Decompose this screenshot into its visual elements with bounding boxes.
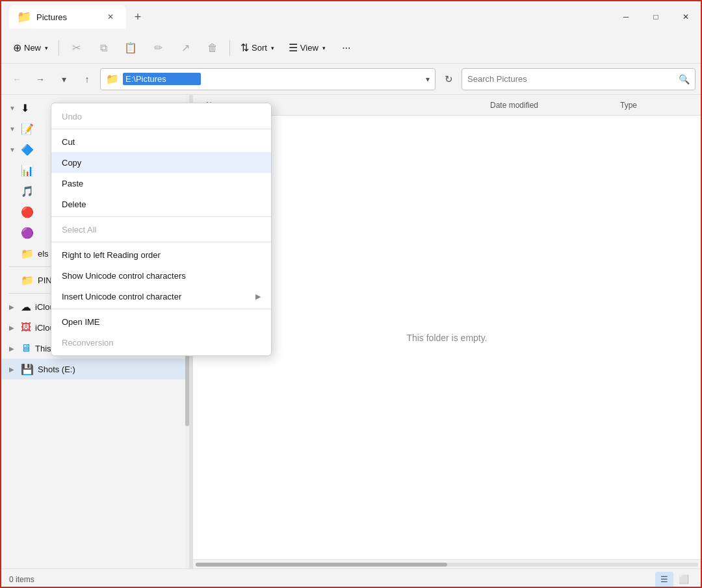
sort-dropdown-icon: ▾ — [271, 45, 274, 51]
search-input[interactable] — [467, 74, 675, 84]
new-icon: ⊕ — [13, 42, 21, 54]
ctx-delete[interactable]: Delete — [51, 194, 271, 214]
ctx-rtl[interactable]: Right to left Reading order — [51, 244, 271, 265]
column-type-label: Type — [620, 101, 637, 110]
ctx-select-all[interactable]: Select All — [51, 219, 271, 240]
view-label: View — [300, 43, 318, 53]
ctx-sep-1 — [51, 216, 271, 217]
path-folder-icon: 📁 — [106, 73, 119, 85]
back-button[interactable]: ← — [6, 69, 27, 90]
forward-button[interactable]: → — [30, 69, 51, 90]
toolbar-separator-1 — [58, 40, 59, 56]
ctx-copy-label: Copy — [62, 158, 81, 168]
paste-icon: 📋 — [124, 42, 137, 54]
dropdown-button[interactable]: ▾ — [53, 69, 74, 90]
empty-message-text: This folder is empty. — [406, 333, 487, 343]
copy-button[interactable]: ⧉ — [90, 36, 116, 60]
horizontal-scrollbar[interactable] — [193, 559, 701, 569]
share-button[interactable]: ↗ — [172, 36, 198, 60]
status-bar: 0 items ☰ ⬜ — [1, 569, 701, 588]
column-date-label: Date modified — [490, 101, 538, 110]
tab-bar: 📁 Pictures ✕ + — [9, 5, 611, 29]
maximize-button[interactable]: □ — [641, 5, 671, 29]
search-icon: 🔍 — [679, 74, 690, 84]
ctx-select-all-label: Select All — [62, 225, 96, 235]
ctx-rtl-label: Right to left Reading order — [62, 250, 161, 260]
minimize-button[interactable]: ─ — [611, 5, 641, 29]
delete-icon: 🗑 — [207, 42, 218, 54]
rename-icon: ✏ — [154, 42, 162, 54]
ctx-sep-2 — [51, 242, 271, 242]
delete-button[interactable]: 🗑 — [200, 36, 226, 60]
address-dropdown-icon[interactable]: ▾ — [426, 75, 430, 84]
sidebar-item-shots[interactable]: ▶ 💾 Shots (E:) — [1, 359, 189, 379]
sort-label: Sort — [252, 43, 267, 53]
item-count: 0 — [9, 575, 14, 584]
column-type-header[interactable]: Type — [615, 95, 693, 115]
ctx-unicode-insert-arrow: ▶ — [255, 292, 261, 301]
ctx-sep-0 — [51, 129, 271, 129]
column-date-header[interactable]: Date modified — [485, 95, 615, 115]
tab-folder-icon: 📁 — [17, 10, 31, 24]
ctx-copy[interactable]: Copy — [51, 152, 271, 173]
ctx-cut-label: Cut — [62, 137, 75, 147]
rename-button[interactable]: ✏ — [145, 36, 171, 60]
ctx-unicode-insert[interactable]: Insert Unicode control character ▶ — [51, 286, 271, 307]
active-tab[interactable]: 📁 Pictures ✕ — [9, 5, 126, 29]
sort-icon: ⇅ — [240, 42, 249, 54]
new-tab-button[interactable]: + — [126, 5, 150, 29]
ctx-sep-3 — [51, 309, 271, 309]
ctx-open-ime-label: Open IME — [62, 317, 100, 327]
new-label: New — [24, 43, 41, 53]
items-label: items — [16, 575, 34, 584]
nav-bar: ← → ▾ ↑ 📁 ▾ ↻ 🔍 — [1, 64, 701, 95]
address-bar[interactable]: 📁 ▾ — [100, 68, 436, 90]
ctx-reconversion[interactable]: Reconversion — [51, 332, 271, 353]
toolbar-separator-2 — [229, 40, 230, 56]
cut-button[interactable]: ✂ — [63, 36, 89, 60]
ctx-paste-label: Paste — [62, 179, 83, 188]
tab-title: Pictures — [36, 12, 67, 22]
ctx-cut[interactable]: Cut — [51, 131, 271, 152]
scrollbar-thumb — [196, 563, 447, 567]
share-icon: ↗ — [181, 42, 190, 54]
ctx-delete-label: Delete — [62, 199, 86, 209]
more-button[interactable]: ··· — [333, 36, 359, 60]
ctx-undo[interactable]: Undo — [51, 106, 271, 127]
view-icon: ☰ — [289, 42, 298, 54]
view-toggle: ☰ ⬜ — [655, 572, 693, 587]
context-menu: Undo Cut Copy Paste Delete Select All Ri… — [51, 103, 272, 356]
window-controls: ─ □ ✕ — [611, 5, 701, 29]
title-bar: 📁 Pictures ✕ + ─ □ ✕ — [1, 1, 701, 32]
detail-view-button[interactable]: ⬜ — [675, 572, 693, 587]
new-dropdown-icon: ▾ — [45, 45, 48, 51]
sidebar-shots-label: Shots (E:) — [38, 364, 181, 374]
copy-icon: ⧉ — [100, 42, 107, 54]
toolbar: ⊕ New ▾ ✂ ⧉ 📋 ✏ ↗ 🗑 ⇅ Sort ▾ ☰ View ▾ ··… — [1, 32, 701, 64]
scrollbar-track — [196, 563, 698, 567]
new-button[interactable]: ⊕ New ▾ — [6, 36, 55, 60]
refresh-button[interactable]: ↻ — [438, 69, 459, 90]
more-icon: ··· — [342, 42, 350, 54]
paste-button[interactable]: 📋 — [118, 36, 144, 60]
search-bar[interactable]: 🔍 — [462, 68, 696, 90]
cut-icon: ✂ — [72, 42, 81, 54]
tab-close-button[interactable]: ✕ — [103, 9, 118, 25]
ctx-unicode-insert-label: Insert Unicode control character — [62, 292, 181, 301]
view-dropdown-icon: ▾ — [322, 45, 326, 51]
up-button[interactable]: ↑ — [77, 69, 98, 90]
ctx-open-ime[interactable]: Open IME — [51, 311, 271, 332]
ctx-undo-label: Undo — [62, 112, 82, 121]
sort-button[interactable]: ⇅ Sort ▾ — [234, 36, 281, 60]
close-button[interactable]: ✕ — [671, 5, 701, 29]
ctx-unicode-show[interactable]: Show Unicode control characters — [51, 265, 271, 286]
ctx-reconversion-label: Reconversion — [62, 338, 114, 348]
list-view-button[interactable]: ☰ — [655, 572, 673, 587]
ctx-unicode-show-label: Show Unicode control characters — [62, 271, 186, 281]
view-button[interactable]: ☰ View ▾ — [282, 36, 332, 60]
address-input[interactable] — [123, 73, 201, 85]
ctx-paste[interactable]: Paste — [51, 173, 271, 194]
